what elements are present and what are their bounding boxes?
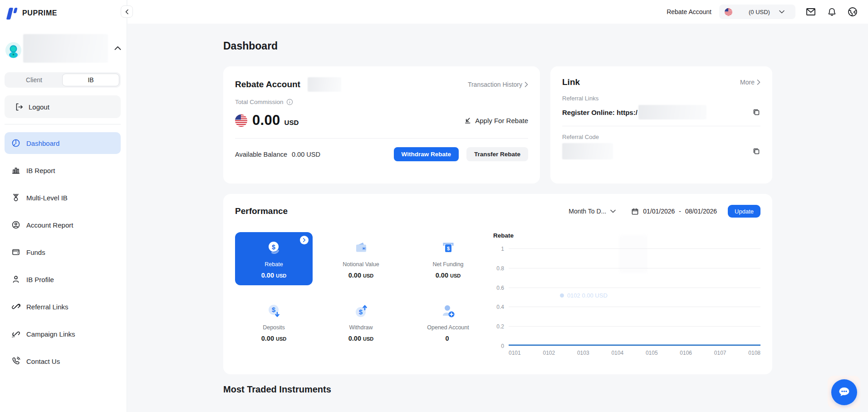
metric-tile-opened-account[interactable]: Opened Account 0 [409,295,487,348]
sidebar-item-campaign-links[interactable]: Campaign Links [5,323,121,345]
copy-icon[interactable] [752,147,760,155]
sidebar-item-funds[interactable]: Funds [5,241,121,263]
tab-client[interactable]: Client [6,74,62,86]
metric-tile-rebate[interactable]: $ Rebate 0.00USD [235,232,313,285]
metric-unit: USD [450,273,461,278]
chevron-right-icon [525,82,528,87]
arrow-right-circle-icon[interactable] [300,236,309,244]
metric-value: 0.00 [348,335,361,342]
dashboard-icon [11,139,20,148]
chart-x-tick: 0102 [543,350,555,356]
withdraw-icon: $ [353,302,370,321]
chevron-down-icon [610,209,616,213]
performance-title: Performance [235,206,288,216]
metric-unit: USD [363,336,373,342]
chart-x-labels: 01010102010301040105010601070108 [509,350,760,356]
logout-button[interactable]: Logout [5,95,121,118]
more-link[interactable]: More [740,79,760,86]
sidebar-item-ib-profile[interactable]: IB Profile [5,268,121,290]
chat-bubble-icon [837,386,851,398]
link-icon [11,302,20,312]
apply-for-rebate-link[interactable]: Apply For Rebate [464,117,528,124]
tab-ib[interactable]: IB [62,74,119,86]
sidebar-item-label: Funds [26,248,45,256]
metric-label: Rebate [265,261,283,268]
available-balance-label: Available Balance [235,151,287,158]
chevron-up-icon[interactable] [114,46,121,50]
metric-tile-notional-value[interactable]: Notional Value 0.00USD [322,232,400,285]
chart-x-tick: 0108 [748,350,760,356]
chart-x-tick: 0104 [611,350,623,356]
rebate-chart: Rebate 00.20.40.60.81 0102 0.00 USD 0101… [493,232,760,348]
svg-text:$: $ [446,246,449,251]
referral-code-label: Referral Code [562,134,760,140]
transaction-history-link[interactable]: Transaction History [468,81,528,88]
rebate-card-title: Rebate Account [235,79,300,89]
chart-y-tick: 0.6 [496,285,504,291]
bell-icon[interactable] [826,6,837,17]
sidebar-item-account-report[interactable]: Account Report [5,214,121,236]
account-balance: (0 USD) [749,9,770,15]
sidebar-item-multi-level-ib[interactable]: Multi-Level IB [5,187,121,208]
sidebar-item-label: Account Report [26,221,73,229]
account-selector[interactable]: (0 USD) [719,5,795,19]
sidebar-collapse-button[interactable] [121,5,133,18]
chevron-right-icon [757,79,760,85]
metric-tile-net-funding[interactable]: $ Net Funding 0.00USD [409,232,487,285]
most-traded-title: Most Traded Instruments [223,384,772,395]
sidebar-item-label: Multi-Level IB [26,194,68,202]
date-separator: - [679,208,681,215]
period-dropdown[interactable]: Month To D... [569,208,616,215]
metric-unit: USD [363,273,373,278]
period-dropdown-value: Month To D... [569,208,606,215]
date-from: 01/01/2026 [643,208,675,215]
copy-icon[interactable] [752,108,760,116]
us-flag-icon [725,8,732,16]
sidebar-item-dashboard[interactable]: Dashboard [5,132,121,154]
sidebar-item-ib-report[interactable]: IB Report [5,159,121,181]
logout-label: Logout [29,103,49,111]
redacted-referral-code [562,143,613,159]
rebate-account-card: Rebate Account Transaction History Total… [223,66,540,184]
redacted-account-badge [308,77,341,92]
logout-icon [15,103,24,111]
update-button[interactable]: Update [728,205,760,218]
total-commission-label: Total Commission [235,99,284,105]
campaign-link-icon [11,329,20,339]
medal-icon [11,193,20,203]
wallet-icon [11,248,20,257]
chevron-down-icon [779,10,785,14]
mail-icon[interactable] [805,6,816,17]
link-card: Link More Referral Links Register Online… [550,66,772,184]
sidebar-item-contact-us[interactable]: Contact Us [5,350,121,372]
phone-icon [11,357,20,366]
total-commission-currency: USD [284,119,299,126]
register-online-url: Register Online: https:/ [562,109,638,116]
metric-tile-deposits[interactable]: $ Deposits 0.00USD [235,295,313,348]
metric-value: 0.00 [261,272,274,279]
withdraw-rebate-button[interactable]: Withdraw Rebate [394,147,459,161]
metric-tile-withdraw[interactable]: $ Withdraw 0.00USD [322,295,400,348]
sidebar: PUPRIME Cli [0,0,127,412]
calendar-icon [631,208,639,215]
chart-y-tick: 0.2 [496,323,504,330]
transfer-rebate-button[interactable]: Transfer Rebate [466,147,528,161]
chart-y-tick: 0.8 [496,265,504,272]
chart-x-tick: 0107 [714,350,726,356]
metric-label: Net Funding [432,261,463,268]
chart-y-tick: 0.4 [496,304,504,310]
chart-line-series [509,249,760,346]
chat-button[interactable] [831,379,857,405]
referral-links-label: Referral Links [562,95,760,102]
date-range-picker[interactable]: 01/01/2026 - 08/01/2026 [631,208,717,215]
user-profile[interactable] [5,34,121,63]
notional-value-icon [353,238,369,258]
globe-icon[interactable] [847,6,858,17]
chat-widget [828,376,860,408]
chart-plot[interactable]: 0102 0.00 USD [509,249,760,346]
sidebar-item-referral-links[interactable]: Referral Links [5,296,121,318]
info-icon[interactable] [286,99,293,105]
transaction-history-label: Transaction History [468,81,522,88]
link-card-title: Link [562,77,580,87]
rebate-coin-icon: $ [266,238,282,258]
